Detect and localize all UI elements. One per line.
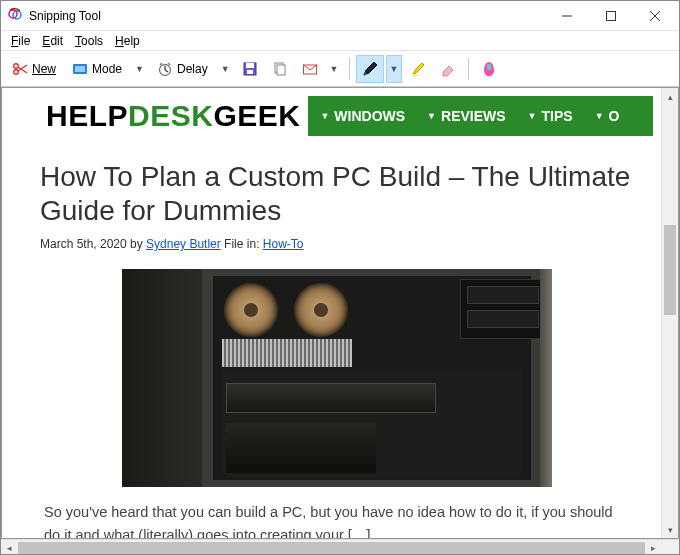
chevron-down-icon: ▼	[320, 111, 329, 121]
envelope-icon	[302, 61, 318, 77]
chevron-down-icon: ▼	[221, 64, 230, 74]
scroll-left-arrow[interactable]: ◂	[1, 540, 18, 555]
toolbar-separator	[468, 58, 469, 80]
svg-rect-14	[412, 74, 418, 76]
svg-rect-6	[75, 66, 85, 72]
nav-label: REVIEWS	[441, 108, 506, 124]
pen-icon	[362, 61, 378, 77]
logo-part-geek: GEEK	[213, 99, 300, 133]
send-button[interactable]	[296, 55, 324, 83]
pen-button[interactable]	[356, 55, 384, 83]
scroll-up-arrow[interactable]: ▴	[662, 88, 678, 105]
edit-paint3d-button[interactable]	[475, 55, 503, 83]
delay-label: Delay	[177, 62, 208, 76]
nav-label: TIPS	[542, 108, 573, 124]
menu-tools[interactable]: Tools	[69, 32, 109, 50]
eraser-button[interactable]	[434, 55, 462, 83]
scroll-down-arrow[interactable]: ▾	[662, 521, 678, 538]
article-title: How To Plan a Custom PC Build – The Ulti…	[40, 160, 633, 227]
scissors-icon	[12, 61, 28, 77]
new-snip-button[interactable]: New	[5, 55, 63, 83]
by-label: by	[127, 237, 146, 251]
captured-page: HELP DESK GEEK ▼WINDOWS ▼REVIEWS ▼TIPS ▼…	[2, 88, 661, 539]
mode-button[interactable]: Mode	[65, 55, 129, 83]
article-date: March 5th, 2020	[40, 237, 127, 251]
menu-file[interactable]: File	[5, 32, 36, 50]
article-author-link[interactable]: Sydney Butler	[146, 237, 221, 251]
mode-label: Mode	[92, 62, 122, 76]
article: How To Plan a Custom PC Build – The Ulti…	[2, 140, 661, 539]
toolbar-separator	[349, 58, 350, 80]
save-icon	[242, 61, 258, 77]
eraser-icon	[440, 61, 456, 77]
delay-dropdown[interactable]: ▼	[217, 55, 234, 83]
article-excerpt: So you've heard that you can build a PC,…	[40, 501, 633, 539]
svg-rect-12	[277, 65, 285, 75]
nav-tips[interactable]: ▼TIPS	[528, 108, 573, 124]
save-button[interactable]	[236, 55, 264, 83]
logo-part-desk: DESK	[128, 99, 213, 133]
article-image	[122, 269, 552, 487]
mode-icon	[72, 61, 88, 77]
highlighter-icon	[410, 61, 426, 77]
chevron-down-icon: ▼	[135, 64, 144, 74]
nav-label: O	[609, 108, 620, 124]
site-navbar: ▼WINDOWS ▼REVIEWS ▼TIPS ▼O	[308, 96, 653, 136]
scroll-thumb[interactable]	[664, 225, 676, 315]
scrollbar-corner	[662, 540, 679, 555]
send-dropdown[interactable]: ▼	[326, 55, 343, 83]
vertical-scrollbar[interactable]: ▴ ▾	[661, 88, 678, 538]
delay-button[interactable]: Delay	[150, 55, 215, 83]
site-header: HELP DESK GEEK ▼WINDOWS ▼REVIEWS ▼TIPS ▼…	[2, 92, 661, 140]
article-category-link[interactable]: How-To	[263, 237, 304, 251]
article-meta: March 5th, 2020 by Sydney Butler File in…	[40, 237, 633, 251]
scroll-track[interactable]	[662, 105, 678, 521]
nav-reviews[interactable]: ▼REVIEWS	[427, 108, 506, 124]
mode-dropdown[interactable]: ▼	[131, 55, 148, 83]
app-icon	[7, 8, 23, 24]
menu-edit[interactable]: Edit	[36, 32, 69, 50]
pen-dropdown[interactable]: ▼	[386, 55, 403, 83]
menu-help[interactable]: Help	[109, 32, 146, 50]
file-in-label: File in:	[221, 237, 263, 251]
logo-part-help: HELP	[46, 99, 128, 133]
scroll-right-arrow[interactable]: ▸	[645, 540, 662, 555]
svg-rect-10	[247, 70, 253, 74]
hscroll-track[interactable]	[18, 540, 645, 555]
clock-icon	[157, 61, 173, 77]
svg-point-4	[14, 63, 19, 68]
minimize-button[interactable]	[545, 1, 589, 31]
snip-canvas[interactable]: HELP DESK GEEK ▼WINDOWS ▼REVIEWS ▼TIPS ▼…	[1, 87, 679, 539]
site-logo: HELP DESK GEEK	[46, 99, 300, 133]
copy-icon	[272, 61, 288, 77]
svg-point-3	[14, 69, 19, 74]
highlighter-button[interactable]	[404, 55, 432, 83]
nav-overflow[interactable]: ▼O	[595, 108, 620, 124]
horizontal-scrollbar[interactable]: ◂ ▸	[1, 539, 679, 555]
svg-rect-9	[246, 63, 254, 68]
new-label: New	[32, 62, 56, 76]
copy-button[interactable]	[266, 55, 294, 83]
toolbar: New Mode ▼ Delay ▼ ▼	[1, 51, 679, 87]
hscroll-thumb[interactable]	[18, 542, 645, 554]
nav-windows[interactable]: ▼WINDOWS	[320, 108, 405, 124]
chevron-down-icon: ▼	[427, 111, 436, 121]
chevron-down-icon: ▼	[595, 111, 604, 121]
chevron-down-icon: ▼	[528, 111, 537, 121]
paint3d-icon	[481, 61, 497, 77]
svg-point-15	[487, 64, 491, 70]
chevron-down-icon: ▼	[330, 64, 339, 74]
titlebar: Snipping Tool	[1, 1, 679, 31]
close-button[interactable]	[633, 1, 677, 31]
nav-label: WINDOWS	[334, 108, 405, 124]
chevron-down-icon: ▼	[390, 64, 399, 74]
svg-rect-2	[607, 11, 616, 20]
maximize-button[interactable]	[589, 1, 633, 31]
menubar: File Edit Tools Help	[1, 31, 679, 51]
window-title: Snipping Tool	[29, 9, 101, 23]
